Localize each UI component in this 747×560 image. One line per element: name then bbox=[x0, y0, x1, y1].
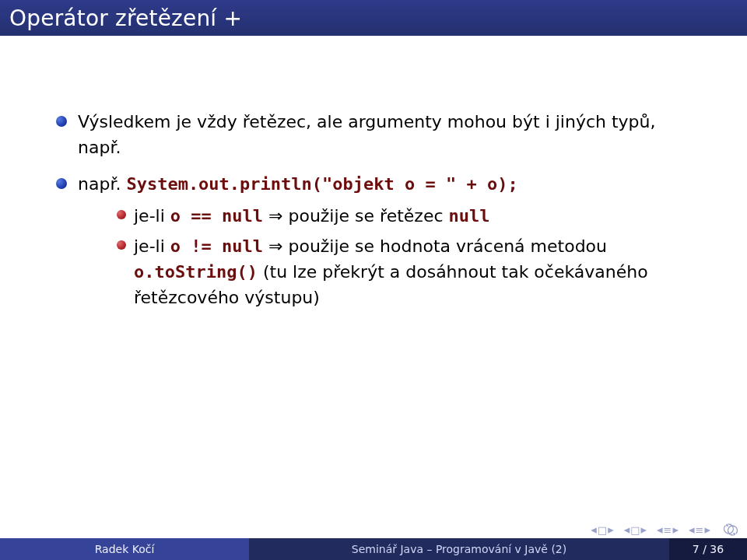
nav-prev-slide-icon[interactable]: ◂ bbox=[591, 523, 596, 537]
nav-next-subsection-icon[interactable]: ▸ bbox=[704, 523, 710, 537]
sub-bullet-item: je-li o != null ⇒ použije se hodnota vrá… bbox=[114, 233, 693, 310]
code: o.toString() bbox=[134, 262, 258, 282]
bullet-item: např. System.out.println("objekt o = " +… bbox=[54, 171, 693, 310]
slide-title: Operátor zřetězení + bbox=[9, 5, 242, 31]
footer-bar: Radek Kočí Seminář Java – Programování v… bbox=[0, 538, 747, 560]
footer-page: 7 / 36 bbox=[669, 538, 747, 560]
nav-next-frame-icon[interactable]: ▸ bbox=[641, 523, 647, 537]
back-forward-icon bbox=[721, 523, 741, 536]
code: null bbox=[449, 206, 490, 226]
slide-title-bar: Operátor zřetězení + bbox=[0, 0, 747, 36]
footer-author: Radek Kočí bbox=[0, 538, 249, 560]
text: je-li bbox=[134, 236, 170, 256]
text: je-li bbox=[134, 206, 170, 226]
nav-group-slide[interactable]: ◂ □ ▸ bbox=[591, 523, 612, 537]
nav-group-frame[interactable]: ◂ □ ▸ bbox=[624, 523, 646, 537]
nav-subsection-icon: ≡ bbox=[696, 524, 703, 536]
nav-section-icon: ≡ bbox=[664, 524, 672, 536]
nav-next-slide-icon[interactable]: ▸ bbox=[608, 523, 613, 537]
nav-next-section-icon[interactable]: ▸ bbox=[673, 523, 679, 537]
nav-group-subsection[interactable]: ◂ ≡ ▸ bbox=[689, 523, 710, 537]
nav-frame-icon: □ bbox=[630, 524, 639, 536]
text: použije se řetězec bbox=[288, 206, 448, 226]
slide: Operátor zřetězení + Výsledkem je vždy ř… bbox=[0, 0, 747, 560]
beamer-nav-bar: ◂ □ ▸ ◂ □ ▸ ◂ ≡ ▸ ◂ ≡ ▸ bbox=[591, 523, 741, 537]
code: o == null bbox=[170, 206, 263, 226]
code-snippet: System.out.println("objekt o = " + o); bbox=[126, 174, 517, 194]
nav-prev-subsection-icon[interactable]: ◂ bbox=[689, 523, 694, 537]
nav-back-forward[interactable] bbox=[721, 523, 741, 536]
sub-bullet-list: je-li o == null ⇒ použije se řetězec nul… bbox=[78, 203, 693, 310]
bullet-text: Výsledkem je vždy řetězec, ale argumenty… bbox=[78, 112, 656, 157]
implies-arrow: ⇒ bbox=[263, 236, 288, 256]
text: použije se hodnota vrácená metodou bbox=[288, 236, 607, 256]
nav-group-section[interactable]: ◂ ≡ ▸ bbox=[657, 523, 678, 537]
nav-prev-section-icon[interactable]: ◂ bbox=[657, 523, 662, 537]
bullet-text-prefix: např. bbox=[78, 174, 126, 194]
footer-title: Seminář Java – Programování v Javě (2) bbox=[249, 538, 669, 560]
bullet-item: Výsledkem je vždy řetězec, ale argumenty… bbox=[54, 109, 693, 160]
implies-arrow: ⇒ bbox=[263, 206, 288, 226]
sub-bullet-item: je-li o == null ⇒ použije se řetězec nul… bbox=[114, 203, 693, 229]
slide-body: Výsledkem je vždy řetězec, ale argumenty… bbox=[54, 109, 693, 321]
nav-slide-icon: □ bbox=[598, 524, 606, 536]
code: o != null bbox=[170, 236, 263, 256]
nav-prev-frame-icon[interactable]: ◂ bbox=[624, 523, 630, 537]
